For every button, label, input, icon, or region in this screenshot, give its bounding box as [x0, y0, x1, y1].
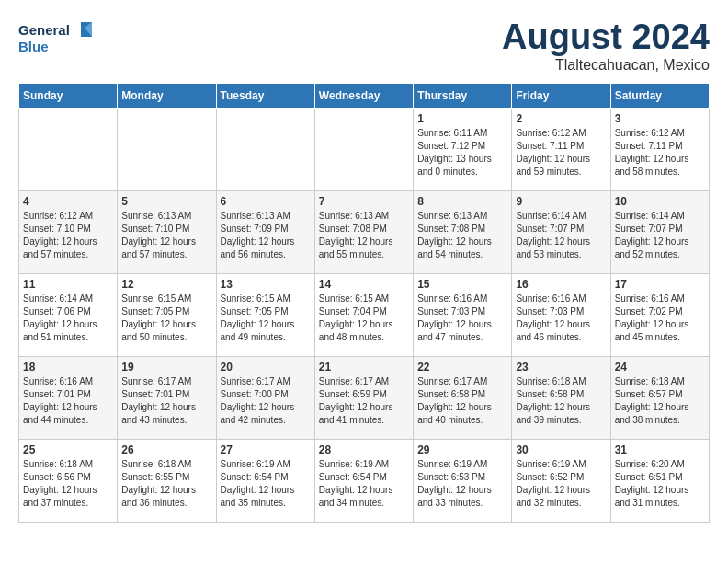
calendar-cell: 25Sunrise: 6:18 AMSunset: 6:56 PMDayligh…: [19, 439, 118, 522]
day-info: Sunrise: 6:17 AMSunset: 7:00 PMDaylight:…: [221, 375, 311, 427]
calendar-cell: 14Sunrise: 6:15 AMSunset: 7:04 PMDayligh…: [314, 273, 413, 356]
calendar-cell: 27Sunrise: 6:19 AMSunset: 6:54 PMDayligh…: [216, 439, 314, 522]
calendar-cell: 3Sunrise: 6:12 AMSunset: 7:11 PMDaylight…: [610, 108, 709, 190]
day-number: 11: [23, 278, 113, 291]
day-number: 22: [417, 361, 507, 373]
weekday-header: Wednesday: [314, 83, 413, 108]
day-number: 9: [516, 195, 606, 208]
day-info: Sunrise: 6:16 AMSunset: 7:02 PMDaylight:…: [615, 293, 705, 344]
calendar-cell: 12Sunrise: 6:15 AMSunset: 7:05 PMDayligh…: [118, 273, 216, 356]
calendar-cell: [19, 108, 118, 190]
day-info: Sunrise: 6:14 AMSunset: 7:07 PMDaylight:…: [516, 210, 606, 261]
day-number: 20: [221, 361, 311, 373]
day-number: 8: [417, 195, 507, 208]
calendar-cell: [118, 108, 216, 190]
weekday-header: Thursday: [414, 83, 512, 108]
calendar-cell: 17Sunrise: 6:16 AMSunset: 7:02 PMDayligh…: [610, 273, 709, 356]
day-info: Sunrise: 6:14 AMSunset: 7:07 PMDaylight:…: [615, 210, 705, 261]
calendar-header-row: SundayMondayTuesdayWednesdayThursdayFrid…: [19, 83, 710, 108]
calendar-cell: [216, 108, 314, 190]
day-info: Sunrise: 6:16 AMSunset: 7:03 PMDaylight:…: [417, 293, 507, 344]
calendar-cell: 6Sunrise: 6:13 AMSunset: 7:09 PMDaylight…: [216, 190, 314, 273]
day-number: 1: [417, 112, 507, 125]
calendar-cell: 15Sunrise: 6:16 AMSunset: 7:03 PMDayligh…: [414, 273, 512, 356]
day-info: Sunrise: 6:16 AMSunset: 7:03 PMDaylight:…: [516, 293, 606, 344]
weekday-header: Sunday: [19, 83, 118, 108]
svg-text:Blue: Blue: [18, 39, 49, 54]
day-info: Sunrise: 6:18 AMSunset: 6:55 PMDaylight:…: [121, 458, 211, 510]
calendar-cell: 29Sunrise: 6:19 AMSunset: 6:53 PMDayligh…: [414, 439, 512, 522]
day-info: Sunrise: 6:15 AMSunset: 7:05 PMDaylight:…: [221, 293, 311, 344]
day-number: 28: [319, 443, 409, 456]
day-info: Sunrise: 6:15 AMSunset: 7:04 PMDaylight:…: [319, 293, 409, 344]
subtitle: Tlaltecahuacan, Mexico: [502, 57, 710, 74]
day-info: Sunrise: 6:20 AMSunset: 6:51 PMDaylight:…: [615, 458, 705, 510]
day-number: 24: [615, 361, 705, 373]
day-info: Sunrise: 6:13 AMSunset: 7:10 PMDaylight:…: [121, 210, 211, 261]
day-number: 23: [516, 361, 606, 373]
calendar-cell: 23Sunrise: 6:18 AMSunset: 6:58 PMDayligh…: [512, 356, 610, 439]
calendar-cell: 16Sunrise: 6:16 AMSunset: 7:03 PMDayligh…: [512, 273, 610, 356]
calendar-week-row: 18Sunrise: 6:16 AMSunset: 7:01 PMDayligh…: [19, 356, 710, 439]
calendar-week-row: 11Sunrise: 6:14 AMSunset: 7:06 PMDayligh…: [19, 273, 710, 356]
day-number: 30: [516, 443, 606, 456]
calendar-cell: 9Sunrise: 6:14 AMSunset: 7:07 PMDaylight…: [512, 190, 610, 273]
day-info: Sunrise: 6:15 AMSunset: 7:05 PMDaylight:…: [121, 293, 211, 344]
calendar-cell: 4Sunrise: 6:12 AMSunset: 7:10 PMDaylight…: [19, 190, 118, 273]
day-info: Sunrise: 6:12 AMSunset: 7:10 PMDaylight:…: [23, 210, 113, 261]
day-info: Sunrise: 6:17 AMSunset: 6:59 PMDaylight:…: [319, 375, 409, 427]
day-info: Sunrise: 6:16 AMSunset: 7:01 PMDaylight:…: [23, 375, 113, 427]
calendar-cell: 22Sunrise: 6:17 AMSunset: 6:58 PMDayligh…: [414, 356, 512, 439]
calendar-cell: 11Sunrise: 6:14 AMSunset: 7:06 PMDayligh…: [19, 273, 118, 356]
day-number: 17: [615, 278, 705, 291]
day-number: 10: [615, 195, 705, 208]
svg-text:General: General: [18, 22, 70, 38]
calendar-cell: [314, 108, 413, 190]
day-number: 21: [319, 361, 409, 373]
page-header: General Blue August 2024 Tlaltecahuacan,…: [18, 18, 710, 74]
day-number: 6: [221, 195, 311, 208]
day-info: Sunrise: 6:19 AMSunset: 6:54 PMDaylight:…: [319, 458, 409, 510]
calendar-week-row: 25Sunrise: 6:18 AMSunset: 6:56 PMDayligh…: [19, 439, 710, 522]
day-number: 14: [319, 278, 409, 291]
calendar-cell: 13Sunrise: 6:15 AMSunset: 7:05 PMDayligh…: [216, 273, 314, 356]
day-info: Sunrise: 6:18 AMSunset: 6:58 PMDaylight:…: [516, 375, 606, 427]
calendar-cell: 19Sunrise: 6:17 AMSunset: 7:01 PMDayligh…: [118, 356, 216, 439]
day-info: Sunrise: 6:11 AMSunset: 7:12 PMDaylight:…: [417, 127, 507, 178]
calendar-cell: 10Sunrise: 6:14 AMSunset: 7:07 PMDayligh…: [610, 190, 709, 273]
weekday-header: Monday: [118, 83, 216, 108]
day-number: 25: [23, 443, 113, 456]
day-number: 29: [417, 443, 507, 456]
calendar-cell: 18Sunrise: 6:16 AMSunset: 7:01 PMDayligh…: [19, 356, 118, 439]
day-number: 2: [516, 112, 606, 125]
main-title: August 2024: [502, 18, 710, 57]
day-info: Sunrise: 6:17 AMSunset: 7:01 PMDaylight:…: [121, 375, 211, 427]
calendar-cell: 24Sunrise: 6:18 AMSunset: 6:57 PMDayligh…: [610, 356, 709, 439]
day-number: 19: [121, 361, 211, 373]
day-info: Sunrise: 6:12 AMSunset: 7:11 PMDaylight:…: [615, 127, 705, 178]
weekday-header: Friday: [512, 83, 610, 108]
calendar-cell: 1Sunrise: 6:11 AMSunset: 7:12 PMDaylight…: [414, 108, 512, 190]
calendar-week-row: 4Sunrise: 6:12 AMSunset: 7:10 PMDaylight…: [19, 190, 710, 273]
logo: General Blue: [18, 18, 92, 57]
title-block: August 2024 Tlaltecahuacan, Mexico: [502, 18, 710, 74]
weekday-header: Tuesday: [216, 83, 314, 108]
day-info: Sunrise: 6:12 AMSunset: 7:11 PMDaylight:…: [516, 127, 606, 178]
day-info: Sunrise: 6:13 AMSunset: 7:08 PMDaylight:…: [319, 210, 409, 261]
day-number: 12: [121, 278, 211, 291]
day-info: Sunrise: 6:19 AMSunset: 6:53 PMDaylight:…: [417, 458, 507, 510]
day-info: Sunrise: 6:14 AMSunset: 7:06 PMDaylight:…: [23, 293, 113, 344]
calendar-cell: 26Sunrise: 6:18 AMSunset: 6:55 PMDayligh…: [118, 439, 216, 522]
calendar-cell: 20Sunrise: 6:17 AMSunset: 7:00 PMDayligh…: [216, 356, 314, 439]
day-number: 27: [221, 443, 311, 456]
calendar-cell: 5Sunrise: 6:13 AMSunset: 7:10 PMDaylight…: [118, 190, 216, 273]
logo-svg: General Blue: [18, 18, 92, 57]
day-number: 31: [615, 443, 705, 456]
day-info: Sunrise: 6:19 AMSunset: 6:54 PMDaylight:…: [221, 458, 311, 510]
day-info: Sunrise: 6:19 AMSunset: 6:52 PMDaylight:…: [516, 458, 606, 510]
day-number: 7: [319, 195, 409, 208]
day-number: 5: [121, 195, 211, 208]
day-number: 26: [121, 443, 211, 456]
calendar-cell: 2Sunrise: 6:12 AMSunset: 7:11 PMDaylight…: [512, 108, 610, 190]
calendar-cell: 7Sunrise: 6:13 AMSunset: 7:08 PMDaylight…: [314, 190, 413, 273]
